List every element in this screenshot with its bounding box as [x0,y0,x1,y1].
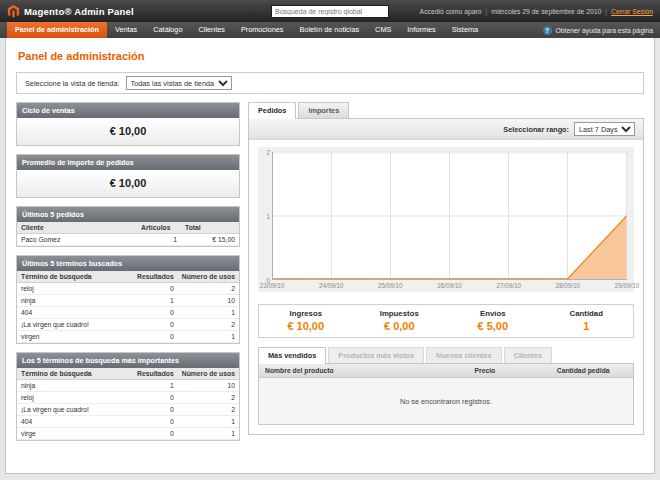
nav-item-catalogo[interactable]: Catálogo [145,22,190,38]
logout-link[interactable]: Cerrar Sesión [611,8,653,15]
last-orders-table: Cliente Artículos Total Paco Gomez 1 € 1… [17,222,239,246]
results-cell: 1 [133,295,178,307]
col-resultados: Resultados [133,368,178,380]
term-cell: reloj [17,283,133,295]
uses-cell: 2 [178,392,239,404]
chart-x-label: 28/09/10 [556,282,581,289]
global-search-input[interactable] [271,5,389,18]
table-row[interactable]: 404 0 1 [17,416,239,428]
totals-bar: Ingresos € 10,00 Impuestos € 0,00 Envíos… [258,304,634,338]
help-icon: ? [543,26,552,35]
total-value: € 10,00 [259,320,353,332]
panel-lifetime-sales: Ciclo de ventas € 10,00 [16,102,240,146]
store-view-switcher: Seleccione la vista de tienda: Todas las… [16,72,644,94]
chart-x-label: 29/09/10 [615,282,640,289]
table-row[interactable]: Paco Gomez 1 € 15,00 [17,234,239,246]
store-view-label: Seleccione la vista de tienda: [25,79,120,88]
chart-x-label: 27/09/10 [496,282,521,289]
help-label: Obtener ayuda para esta página [556,27,654,34]
nav-item-panel-administracion[interactable]: Panel de administración [7,22,107,38]
col-product-name: Nombre del producto [259,364,468,378]
orders-chart: 012 23/09/1024/09/1025/09/1026/09/1027/0… [249,140,643,297]
table-row[interactable]: 404 0 1 [17,307,239,319]
range-label: Seleccionar rango: [503,125,569,134]
products-tabs: Más vendidos Productos más vistos Nuevos… [258,347,634,363]
tab-nuevos-clientes[interactable]: Nuevos clientes [426,347,502,363]
top-search-table: Término de búsqueda Resultados Número de… [17,368,239,440]
panel-top-search-terms: Los 5 términos de búsqueda más important… [16,352,240,441]
table-row[interactable]: ninja 1 10 [17,380,239,392]
term-cell: virgen [17,331,133,343]
term-cell: ¡La virgen que cuadro! [17,404,133,416]
col-resultados: Resultados [133,271,178,283]
col-articulos: Artículos [137,222,181,234]
results-cell: 0 [133,428,178,440]
col-qty: Cantidad pedida [551,364,633,378]
col-cliente: Cliente [17,222,137,234]
table-row[interactable]: ¡La virgen que cuadro! 0 2 [17,319,239,331]
nav-item-ventas[interactable]: Ventas [107,22,145,38]
total-ingresos: Ingresos € 10,00 [259,309,353,332]
nav-item-boletin[interactable]: Boletín de noticias [291,22,367,38]
logo: Magento® Admin Panel [7,5,271,18]
uses-cell: 2 [178,319,239,331]
table-row[interactable]: ¡La virgen que cuadro! 0 2 [17,404,239,416]
table-row[interactable]: reloj 0 2 [17,392,239,404]
nav-item-clientes[interactable]: Clientes [191,22,233,38]
range-toolbar: Seleccionar rango: Last 7 Days [249,119,643,140]
magento-admin-dashboard: Magento® Admin Panel Accedió como aparo … [0,0,660,474]
results-cell: 0 [133,331,178,343]
uses-cell: 10 [178,380,239,392]
panel-title: Últimos 5 términos buscados [17,256,239,271]
store-view-select[interactable]: Todas las vistas de tienda [126,76,232,90]
page-help-link[interactable]: ? Obtener ayuda para esta página [543,22,654,38]
page-title: Panel de administración [6,38,654,70]
nav-item-informes[interactable]: Informes [399,22,443,38]
tab-importes[interactable]: Importes [298,102,349,118]
nav-item-promociones[interactable]: Promociones [233,22,292,38]
tab-mas-vendidos[interactable]: Más vendidos [258,347,326,364]
chart-y-axis: 012 [258,152,272,280]
table-row[interactable]: virgen 0 1 [17,331,239,343]
total-value: € 0,00 [353,320,447,332]
table-row[interactable]: reloj 0 2 [17,283,239,295]
uses-cell: 1 [178,428,239,440]
range-select[interactable]: Last 7 Days [574,122,635,136]
total-label: Ingresos [259,309,353,318]
tab-clientes[interactable]: Clientes [504,347,552,363]
nav-list: Panel de administración Ventas Catálogo … [7,22,543,38]
nav-item-sistema[interactable]: Sistema [444,22,486,38]
tab-pedidos[interactable]: Pedidos [248,102,296,119]
term-cell: virge [17,428,133,440]
left-column: Ciclo de ventas € 10,00 Promedio de impo… [16,102,240,449]
logged-in-as: Accedió como aparo [420,8,482,15]
results-cell: 0 [133,307,178,319]
term-cell: ninja [17,380,133,392]
main-nav: Panel de administración Ventas Catálogo … [0,22,660,38]
col-price: Precio [468,364,550,378]
current-date: miércoles 29 de septiembre de 2010 [491,8,601,15]
orders-panel: Seleccionar rango: Last 7 Days 012 23/09… [248,118,644,435]
term-cell: 404 [17,307,133,319]
total-label: Cantidad [540,309,634,318]
header: Magento® Admin Panel Accedió como aparo … [0,0,660,22]
table-header-row: Término de búsqueda Resultados Número de… [17,271,239,283]
total-cantidad: Cantidad 1 [540,309,634,332]
table-row[interactable]: ninja 1 10 [17,295,239,307]
col-usos: Número de usos [178,368,239,380]
total-value: 1 [540,320,634,332]
chart-x-axis: 23/09/1024/09/1025/09/1026/09/1027/09/10… [272,280,627,292]
dashboard-columns: Ciclo de ventas € 10,00 Promedio de impo… [16,102,644,449]
table-header-row: Cliente Artículos Total [17,222,239,234]
nav-item-cms[interactable]: CMS [367,22,399,38]
chart-frame: 012 23/09/1024/09/1025/09/1026/09/1027/0… [258,147,634,292]
total-envios: Envíos € 5,00 [446,309,540,332]
average-orders-value: € 10,00 [17,170,239,197]
col-total: Total [181,222,239,234]
tab-productos-mas-vistos[interactable]: Productos más vistos [328,347,424,363]
chart-y-label: 2 [266,149,270,156]
chart-x-label: 24/09/10 [319,282,344,289]
table-row[interactable]: virge 0 1 [17,428,239,440]
total-value: € 5,00 [446,320,540,332]
uses-cell: 2 [178,404,239,416]
